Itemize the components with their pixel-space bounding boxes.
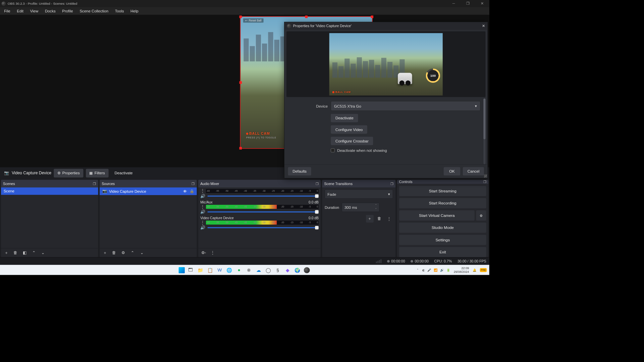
tray-chevron-icon[interactable]: ˄ [417,268,419,272]
chevron-down-icon[interactable]: ˅ [374,208,378,210]
task-view-button[interactable]: 🗔 [187,266,195,274]
system-clock[interactable]: 22:09 29/08/2024 [454,267,469,274]
remove-source-button[interactable]: 🗑 [110,249,118,257]
maximize-button[interactable]: ❐ [461,0,475,7]
defaults-button[interactable]: Defaults [288,167,311,175]
menu-tools[interactable]: Tools [112,8,127,14]
cloud-icon[interactable]: ☁ [255,266,262,274]
close-button[interactable]: ✕ [475,0,489,7]
advanced-audio-button[interactable]: ⚙+ [200,249,208,257]
move-down-button[interactable]: ⌄ [39,249,47,257]
transition-menu-button[interactable]: ⋮ [385,215,393,223]
duration-input[interactable]: 300 ms ˄˅ [342,203,379,212]
menu-docks[interactable]: Docks [42,8,59,14]
deactivate-button[interactable]: Deactivate [331,114,358,122]
transition-select[interactable]: Fade ▾ [325,189,393,198]
tray-icon[interactable]: 🔔 [473,268,476,272]
speaker-icon[interactable]: 🔊 [200,193,205,198]
start-virtual-camera-button[interactable]: Start Virtual Camera [399,210,475,221]
menu-file[interactable]: File [1,8,13,14]
remove-transition-button[interactable]: 🗑 [376,215,383,223]
studio-mode-button[interactable]: Studio Mode [399,223,486,233]
scrollbar-track[interactable] [483,99,485,164]
speaker-icon[interactable]: 🔊 [200,225,205,230]
tray-icon[interactable]: ◐ [422,268,425,272]
volume-slider[interactable] [207,195,318,196]
obs-taskbar-icon[interactable] [303,266,311,274]
start-recording-button[interactable]: Start Recording [399,198,486,208]
add-transition-button[interactable]: ＋ [366,215,374,223]
move-up-button[interactable]: ⌃ [30,249,38,257]
resize-grip[interactable] [484,174,487,177]
volume-slider[interactable] [207,227,318,228]
wifi-icon[interactable]: 📶 [434,268,437,272]
popout-icon[interactable]: ❐ [483,180,486,184]
remove-scene-button[interactable]: 🗑 [12,249,19,257]
visibility-icon[interactable]: 👁 [183,189,187,193]
word-icon[interactable]: W [216,266,224,274]
minimize-button[interactable]: ─ [446,0,461,7]
app-icon[interactable]: § [274,266,282,274]
chevron-up-icon[interactable]: ˄ [374,204,378,207]
popout-icon[interactable]: ❐ [93,182,96,185]
scene-item[interactable]: Scene [1,187,98,195]
popout-icon[interactable]: ❐ [192,182,195,185]
move-down-button[interactable]: ⌄ [138,249,146,257]
start-button[interactable] [179,267,185,273]
device-select[interactable]: GC515 X'tra Go ▾ [331,101,480,111]
source-deactivate-button[interactable]: Deactivate [111,169,136,177]
app-icon[interactable]: 📋 [206,266,214,274]
add-scene-button[interactable]: ＋ [3,249,10,257]
popout-icon[interactable]: ❐ [390,182,393,185]
menu-scene-collection[interactable]: Scene Collection [76,8,111,14]
menu-help[interactable]: Help [127,8,142,14]
deactivate-when-not-showing-checkbox[interactable]: Deactivate when not showing [331,148,480,153]
app-icon[interactable]: ◆ [284,266,291,274]
exit-button[interactable]: Exit [399,247,486,257]
resize-handle[interactable] [239,147,242,149]
virtual-camera-settings-button[interactable]: ⚙ [476,210,486,221]
start-streaming-button[interactable]: Start Streaming [399,186,486,196]
battery-icon[interactable]: 🔋 [446,268,450,272]
mixer-options-icon[interactable]: ⋮ [200,205,204,208]
menu-edit[interactable]: Edit [14,8,26,14]
configure-crossbar-button[interactable]: Configure Crossbar [331,137,373,145]
resize-handle[interactable] [305,15,308,18]
mixer-options-icon[interactable]: ⋮ [200,190,204,192]
properties-close-button[interactable]: ✕ [482,24,485,28]
slack-icon[interactable]: ※ [245,266,253,274]
status-bar: 00:00:00 00:00:00 CPU: 0.7% 30.00 / 30.0… [0,257,489,265]
ok-button[interactable]: OK [444,167,461,175]
lock-icon[interactable]: 🔒 [190,189,194,194]
add-source-button[interactable]: ＋ [101,249,109,257]
popout-icon[interactable]: ❐ [316,182,319,185]
resize-handle[interactable] [239,15,242,18]
resize-handle[interactable] [239,81,242,84]
tray-icon[interactable]: PRE [480,268,487,272]
edge-icon[interactable]: 🌐 [225,266,233,274]
scene-filter-button[interactable]: ◧ [21,249,29,257]
menu-profile[interactable]: Profile [59,8,76,14]
file-explorer-icon[interactable]: 📁 [197,266,204,274]
source-properties-button[interactable]: ⚙Properties [54,169,84,177]
configure-video-button[interactable]: Configure Video [331,125,367,134]
source-properties-button[interactable]: ⚙ [119,249,127,257]
app-icon[interactable]: 🌍 [293,266,301,274]
microphone-icon[interactable]: 🎤 [427,268,431,272]
spotify-icon[interactable]: ● [235,266,243,274]
speaker-icon[interactable]: 🔊 [200,209,205,214]
chrome-icon[interactable]: ◯ [264,266,272,274]
source-filters-button[interactable]: ▦Filters [86,169,109,177]
mixer-menu-button[interactable]: ⋮ [209,249,217,257]
settings-button[interactable]: Settings [399,235,486,245]
mixer-options-icon[interactable]: ⋮ [200,221,204,224]
mixer-source-db: 0.0 dB [309,200,319,204]
source-item[interactable]: 📷 Video Capture Device 👁 🔒 [100,187,197,195]
menu-view[interactable]: View [27,8,42,14]
move-up-button[interactable]: ⌃ [129,249,137,257]
volume-slider[interactable] [207,211,318,212]
scrollbar-thumb[interactable] [483,99,485,139]
cancel-button[interactable]: Cancel [463,167,484,175]
resize-handle[interactable] [371,15,374,18]
volume-icon[interactable]: 🔊 [440,268,444,272]
